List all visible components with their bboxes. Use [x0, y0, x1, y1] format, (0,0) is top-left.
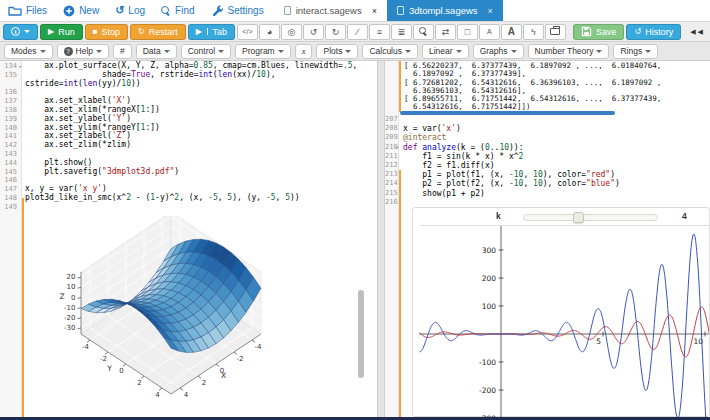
code-line[interactable]: ax.set_zlim(*zlim) — [25, 141, 357, 150]
history-button[interactable]: ↺ History — [626, 24, 681, 40]
tab-interact-sagews[interactable]: interact.sagews × — [274, 0, 387, 21]
code-line[interactable] — [25, 203, 357, 212]
code-line[interactable]: plot3d_like_in_smc(x^2 - (1-y)^2, (x, -5… — [25, 194, 357, 203]
print-icon-button[interactable] — [545, 24, 566, 40]
log-button[interactable]: ↺ Log — [107, 0, 153, 21]
line-number: 135 — [0, 71, 21, 80]
menu-data[interactable]: Data — [136, 44, 177, 59]
tab-complete-button[interactable]: ▶ Tab — [188, 24, 235, 40]
caret-down-icon — [405, 50, 411, 53]
font-increase-icon-button[interactable]: A — [501, 24, 522, 40]
left-vertical-scrollbar[interactable] — [358, 290, 364, 378]
left-code[interactable]: ax.plot_surface(X, Y, Z, alpha=0.85, cma… — [25, 62, 357, 212]
code-line[interactable] — [403, 115, 620, 124]
sagemath-cloud-app: Files New ↺ Log Find Settings interact.s… — [0, 0, 710, 420]
menu--[interactable]: # — [113, 44, 132, 59]
code-line[interactable]: x = var('x') — [403, 124, 620, 133]
line-number: 149 — [0, 203, 21, 212]
tab-3dtompl-sagews[interactable]: 3dtompl.sagews × — [387, 0, 503, 21]
info-icon: i — [11, 27, 20, 36]
new-button[interactable]: New — [55, 0, 107, 21]
slider-thumb[interactable] — [573, 212, 584, 223]
code-line[interactable]: p2 = plot(f2, (x, -10, 10), color="blue"… — [403, 179, 620, 188]
font-decrease-icon-button[interactable]: A — [479, 24, 500, 40]
question-icon: ? — [64, 47, 73, 56]
log-label: Log — [128, 5, 145, 16]
run-button[interactable]: ▶ Run — [40, 24, 83, 40]
find-button[interactable]: Find — [153, 0, 202, 21]
menu-rings[interactable]: Rings — [613, 44, 658, 59]
fold-marker-icon[interactable]: ▸ — [19, 62, 22, 71]
indent-icon-button[interactable]: ≡ — [369, 24, 390, 40]
code-icon-button[interactable]: </> — [237, 24, 258, 40]
menu-plots[interactable]: Plots — [316, 44, 358, 59]
outdent-icon-button[interactable]: ≣ — [391, 24, 412, 40]
tab-label: Tab — [212, 27, 227, 37]
code-line[interactable]: @interact — [403, 133, 620, 142]
menu-x[interactable]: x — [295, 44, 313, 59]
k-slider[interactable] — [523, 214, 658, 221]
code-line[interactable]: show(p1 + p2) — [403, 189, 620, 198]
undo-icon: ↺ — [310, 27, 318, 37]
exchange-icon-button[interactable]: ⇄ — [435, 24, 456, 40]
wrench-icon — [211, 5, 224, 17]
menu-calculus[interactable]: Calculus — [362, 44, 418, 59]
close-icon[interactable]: × — [488, 6, 493, 16]
main-area: 134▸135136137138139140141142143144145146… — [0, 61, 710, 417]
code-line[interactable]: cstride=int(len(yy)/10)) — [25, 80, 357, 89]
step-forward-icon: ▶ — [196, 28, 202, 36]
icon-button-row: </>◕◎↺↻∕≡≣⇄□AAϟ — [237, 24, 567, 40]
pane-divider[interactable] — [377, 61, 385, 417]
menu-control[interactable]: Control — [181, 44, 231, 59]
menu-modes[interactable]: Modes — [4, 44, 53, 59]
menu-help[interactable]: ?Help — [57, 44, 109, 59]
svg-text:0: 0 — [119, 367, 123, 375]
stop-square-icon-button[interactable]: □ — [457, 24, 478, 40]
bullseye-icon-button[interactable]: ◎ — [281, 24, 302, 40]
menu-number-theory[interactable]: Number Theory — [528, 44, 610, 59]
caret-down-icon — [645, 50, 651, 53]
collapse-chevrons-icon[interactable]: ◀◀ — [690, 28, 707, 36]
menu-graphs[interactable]: Graphs — [473, 44, 524, 59]
menu-program[interactable]: Program — [235, 44, 291, 59]
line-number: 134▸ — [0, 62, 21, 71]
new-label: New — [79, 5, 99, 16]
search-icon-button[interactable] — [413, 24, 434, 40]
code-line[interactable]: f1 = sin(k * x) * x^2 — [403, 152, 620, 161]
files-button[interactable]: Files — [0, 0, 55, 21]
flash-icon-button[interactable]: ϟ — [523, 24, 544, 40]
menu-label: Linear — [429, 46, 453, 56]
interact-2d-plot: 300200100-100-200-300510 — [419, 225, 709, 417]
stop-button[interactable]: ■ Stop — [85, 24, 128, 40]
settings-button[interactable]: Settings — [203, 0, 272, 21]
code-line[interactable]: f2 = f1.diff(x) — [403, 161, 620, 170]
svg-text:-30: -30 — [64, 324, 75, 332]
svg-text:5: 5 — [596, 337, 601, 346]
exchange-icon: ⇄ — [442, 27, 450, 37]
code-line[interactable]: plt.savefig("3dmplot3d.pdf") — [25, 168, 357, 177]
menu-linear[interactable]: Linear — [422, 44, 469, 59]
right-code[interactable]: x = var('x')@interactdef analyze(k = (0.… — [403, 115, 620, 207]
redo-icon-button[interactable]: ↻ — [325, 24, 346, 40]
save-button[interactable]: Save — [573, 24, 625, 40]
play-icon: ▶ — [48, 28, 54, 36]
restart-label: Restart — [149, 27, 178, 37]
caret-down-icon — [96, 50, 102, 53]
restart-button[interactable]: ↻ Restart — [130, 24, 186, 40]
line-number: 213 — [385, 170, 398, 179]
fold-marker-icon[interactable]: ▸ — [396, 143, 399, 152]
code-line[interactable] — [403, 198, 620, 207]
line-number: 210▸ — [385, 143, 398, 152]
svg-text:-10: -10 — [64, 304, 75, 312]
code-line[interactable]: def analyze(k = (0..10)): — [403, 143, 620, 152]
code-line[interactable]: p1 = plot(f1, (x, -10, 10), color="red") — [403, 170, 620, 179]
pie-chart-icon-button[interactable]: ◕ — [259, 24, 280, 40]
line-number: 215 — [385, 189, 398, 198]
line-number: 211 — [385, 152, 398, 161]
right-editor-pane: 207208209210▸211212213214215216 [ 6.5622… — [385, 61, 710, 417]
close-icon[interactable]: × — [372, 6, 377, 16]
pencil-icon-button[interactable]: ∕ — [347, 24, 368, 40]
info-dropdown-button[interactable]: i — [3, 24, 38, 40]
step-forward-bar — [207, 28, 209, 35]
undo-icon-button[interactable]: ↺ — [303, 24, 324, 40]
